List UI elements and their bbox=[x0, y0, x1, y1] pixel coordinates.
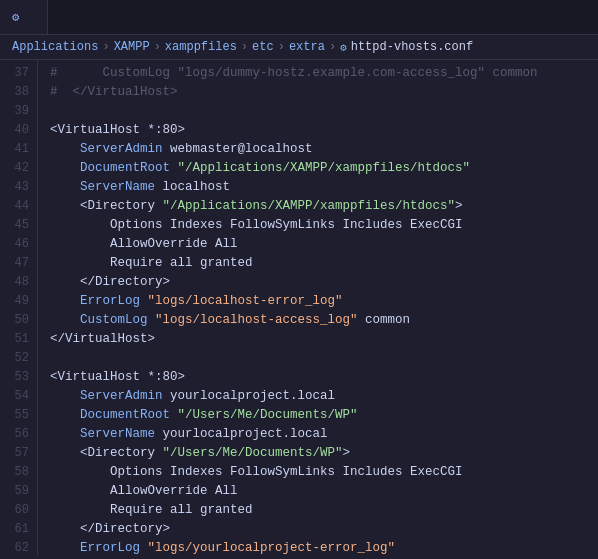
token-plain bbox=[140, 294, 148, 308]
code-line: <Directory "/Users/Me/Documents/WP"> bbox=[50, 444, 598, 463]
token-plain: Options Indexes FollowSymLinks Includes … bbox=[50, 465, 463, 479]
code-line: ServerName localhost bbox=[50, 178, 598, 197]
token-string-log: "logs/localhost-error_log" bbox=[148, 294, 343, 308]
token-plain bbox=[170, 161, 178, 175]
token-plain: localhost bbox=[155, 180, 230, 194]
line-number: 59 bbox=[0, 482, 37, 501]
code-line: </Directory> bbox=[50, 520, 598, 539]
line-number: 52 bbox=[0, 349, 37, 368]
tab-bar: ⚙ bbox=[0, 0, 598, 35]
breadcrumb-sep-5: › bbox=[329, 40, 336, 54]
token-tag: </Directory> bbox=[50, 522, 170, 536]
token-plain: AllowOverride All bbox=[50, 237, 238, 251]
code-line: DocumentRoot "/Applications/XAMPP/xamppf… bbox=[50, 159, 598, 178]
line-number: 60 bbox=[0, 501, 37, 520]
token-string-path: "/Applications/XAMPP/xamppfiles/htdocs" bbox=[178, 161, 471, 175]
code-line: ErrorLog "logs/yourlocalproject-error_lo… bbox=[50, 539, 598, 556]
code-line: AllowOverride All bbox=[50, 235, 598, 254]
token-tag: <VirtualHost *:80> bbox=[50, 370, 185, 384]
token-plain bbox=[140, 541, 148, 555]
code-line: <VirtualHost *:80> bbox=[50, 121, 598, 140]
code-line: DocumentRoot "/Users/Me/Documents/WP" bbox=[50, 406, 598, 425]
line-number: 57 bbox=[0, 444, 37, 463]
token-plain bbox=[155, 199, 163, 213]
code-line: ServerAdmin webmaster@localhost bbox=[50, 140, 598, 159]
breadcrumb-xamppfiles[interactable]: xamppfiles bbox=[165, 40, 237, 54]
code-line: ErrorLog "logs/localhost-error_log" bbox=[50, 292, 598, 311]
token-plain: AllowOverride All bbox=[50, 484, 238, 498]
code-area: 3738394041424344454647484950515253545556… bbox=[0, 60, 598, 556]
line-number: 58 bbox=[0, 463, 37, 482]
token-attr: ServerName bbox=[50, 427, 155, 441]
token-tag: <Directory bbox=[50, 199, 155, 213]
code-content[interactable]: # CustomLog "logs/dummy-hostz.example.co… bbox=[38, 60, 598, 556]
token-plain: common bbox=[358, 313, 411, 327]
breadcrumb: Applications › XAMPP › xamppfiles › etc … bbox=[0, 35, 598, 60]
token-attr: DocumentRoot bbox=[50, 408, 170, 422]
code-line: ServerName yourlocalproject.local bbox=[50, 425, 598, 444]
token-tag: > bbox=[343, 446, 351, 460]
breadcrumb-current: httpd-vhosts.conf bbox=[351, 40, 473, 54]
breadcrumb-xampp[interactable]: XAMPP bbox=[114, 40, 150, 54]
active-tab[interactable]: ⚙ bbox=[0, 0, 48, 34]
token-plain bbox=[155, 446, 163, 460]
line-number: 42 bbox=[0, 159, 37, 178]
breadcrumb-sep-3: › bbox=[241, 40, 248, 54]
code-line: # CustomLog "logs/dummy-hostz.example.co… bbox=[50, 64, 598, 83]
code-line bbox=[50, 102, 598, 121]
token-attr: ServerName bbox=[50, 180, 155, 194]
breadcrumb-sep-4: › bbox=[278, 40, 285, 54]
line-number: 50 bbox=[0, 311, 37, 330]
code-line: Require all granted bbox=[50, 501, 598, 520]
line-number: 38 bbox=[0, 83, 37, 102]
token-comment: # CustomLog "logs/dummy-hostz.example.co… bbox=[50, 66, 538, 80]
code-line: AllowOverride All bbox=[50, 482, 598, 501]
line-number: 48 bbox=[0, 273, 37, 292]
token-attr: ErrorLog bbox=[50, 541, 140, 555]
code-line: <VirtualHost *:80> bbox=[50, 368, 598, 387]
breadcrumb-applications[interactable]: Applications bbox=[12, 40, 98, 54]
token-attr: CustomLog bbox=[50, 313, 148, 327]
line-number: 61 bbox=[0, 520, 37, 539]
code-line: Options Indexes FollowSymLinks Includes … bbox=[50, 216, 598, 235]
token-tag: <VirtualHost *:80> bbox=[50, 123, 185, 137]
token-tag: > bbox=[455, 199, 463, 213]
line-number: 41 bbox=[0, 140, 37, 159]
breadcrumb-etc[interactable]: etc bbox=[252, 40, 274, 54]
token-comment: # </VirtualHost> bbox=[50, 85, 178, 99]
token-attr: ErrorLog bbox=[50, 294, 140, 308]
code-line: Options Indexes FollowSymLinks Includes … bbox=[50, 463, 598, 482]
line-number: 46 bbox=[0, 235, 37, 254]
token-string-path: "/Applications/XAMPP/xamppfiles/htdocs" bbox=[163, 199, 456, 213]
token-string-path: "/Users/Me/Documents/WP" bbox=[178, 408, 358, 422]
breadcrumb-sep-2: › bbox=[154, 40, 161, 54]
token-tag: <Directory bbox=[50, 446, 155, 460]
token-attr: ServerAdmin bbox=[50, 142, 163, 156]
token-string-log: "logs/localhost-access_log" bbox=[155, 313, 358, 327]
line-number: 53 bbox=[0, 368, 37, 387]
code-line: Require all granted bbox=[50, 254, 598, 273]
line-number: 51 bbox=[0, 330, 37, 349]
gear-icon: ⚙ bbox=[12, 10, 19, 25]
line-number: 62 bbox=[0, 539, 37, 556]
token-plain: Require all granted bbox=[50, 256, 253, 270]
line-number: 56 bbox=[0, 425, 37, 444]
breadcrumb-extra[interactable]: extra bbox=[289, 40, 325, 54]
code-line: </VirtualHost> bbox=[50, 330, 598, 349]
line-number: 47 bbox=[0, 254, 37, 273]
breadcrumb-sep-1: › bbox=[102, 40, 109, 54]
line-number: 40 bbox=[0, 121, 37, 140]
token-plain: Require all granted bbox=[50, 503, 253, 517]
token-tag: </Directory> bbox=[50, 275, 170, 289]
line-numbers: 3738394041424344454647484950515253545556… bbox=[0, 60, 38, 556]
line-number: 49 bbox=[0, 292, 37, 311]
token-plain bbox=[170, 408, 178, 422]
code-line: <Directory "/Applications/XAMPP/xamppfil… bbox=[50, 197, 598, 216]
token-tag: </VirtualHost> bbox=[50, 332, 155, 346]
token-plain: webmaster@localhost bbox=[163, 142, 313, 156]
line-number: 44 bbox=[0, 197, 37, 216]
token-plain: Options Indexes FollowSymLinks Includes … bbox=[50, 218, 463, 232]
token-attr: DocumentRoot bbox=[50, 161, 170, 175]
token-string-log: "logs/yourlocalproject-error_log" bbox=[148, 541, 396, 555]
token-plain: yourlocalproject.local bbox=[155, 427, 328, 441]
